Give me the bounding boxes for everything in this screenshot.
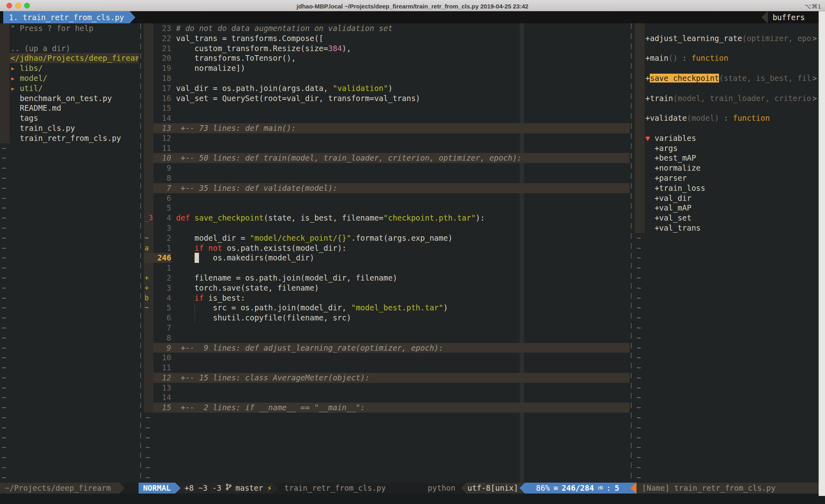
tagbar-eob-row: ~ [635,243,825,253]
fold-line[interactable]: 10 +-- 50 lines: def train(model, train_… [144,153,630,163]
code-line[interactable]: 10 [144,353,630,363]
fold-line[interactable]: 13 +-- 73 lines: def main(): [144,123,630,133]
code-line[interactable]: 8 [144,333,630,343]
tagbar-sign-column [635,43,645,54]
tree-item-file[interactable]: train_cls.py [0,123,139,133]
sign-cell [144,163,153,173]
sign-cell [144,33,153,43]
tag-item-var[interactable]: +parser [635,173,825,183]
code-line[interactable]: 17val_dir = os.path.join(args.data, "val… [144,83,630,93]
tag-item-fn[interactable]: +validate(model) : function [635,113,825,123]
text-cursor [195,253,199,263]
line-number: 3 [153,283,171,293]
end-of-buffer-tilde: ~ [635,452,641,463]
code-line[interactable]: 20 transforms.ToTensor(), [144,53,630,63]
code-line[interactable]: 21 custom_transform.Resize(size=384), [144,43,630,54]
column-number: 5 [615,483,619,494]
code-line[interactable]: 1 [144,263,630,273]
code-line[interactable]: 16val_set = QuerySet(root=val_dir, trans… [144,93,630,103]
tree-item-file[interactable]: train_retr_from_cls.py [0,133,139,143]
code-line[interactable]: +3 torch.save(state, filename) [144,283,630,293]
code-line[interactable]: ~5 src = os.path.join(model_dir, "model_… [144,303,630,313]
tree-eob-row: ~ [0,223,139,233]
code-line[interactable]: 15 [144,103,630,113]
code-line[interactable]: 5 [144,203,630,213]
tagbar-sign-column [635,23,645,33]
code-text: val_set = QuerySet(root=val_dir, transfo… [176,93,420,103]
code-line[interactable]: 22val_trans = transforms.Compose([ [144,33,630,43]
tag-item-var[interactable]: +train_loss [635,183,825,193]
tag-item-var[interactable]: +val_dir [635,193,825,203]
folder-collapsed-icon[interactable]: ▸ [10,84,20,93]
buffer-tab[interactable]: 1. train_retr_from_cls.py [3,11,130,23]
tagbar-eob-row: ~ [635,363,825,373]
tag-item-fn[interactable]: +train(model, train_loader, criterio> [635,93,825,103]
code-line[interactable]: 18 [144,73,630,83]
command-line[interactable] [0,494,825,504]
tag-item-var[interactable]: +normalize [635,163,825,173]
fold-line[interactable]: 9 +-- 9 lines: def adjust_learning_rate(… [144,343,630,353]
tag-item-fn[interactable]: +main() : function [635,53,825,63]
tag-item-var[interactable]: +best_mAP [635,153,825,163]
tree-item-file[interactable]: benchmark_on_test.py [0,93,139,103]
tag-item-var[interactable]: +val_set [635,213,825,223]
code-line[interactable]: 6 [144,193,630,203]
code-line[interactable]: 7 [144,323,630,333]
code-line[interactable]: 19 normalize]) [144,63,630,73]
tree-item-root[interactable]: </jdhao/Projects/deep_firear> [0,53,139,63]
tag-item-var[interactable]: +val_mAP [635,203,825,213]
tag-item-fnsel[interactable]: +save_checkpoint(state, is_best, fil> [635,73,825,83]
tag-item-var[interactable]: +args [635,143,825,153]
code-line[interactable]: 9 [144,163,630,173]
folder-collapsed-icon[interactable]: ▸ [10,74,20,83]
window-separator[interactable] [140,23,141,483]
warning-arrow [630,483,636,494]
tree-item-dir[interactable]: ▸ libs/ [0,63,139,73]
tag-function: +train(model, train_loader, criterio [645,93,811,103]
end-of-buffer-tilde: ~ [0,452,6,463]
tag-variable: +val_dir [645,193,691,203]
tree-item-dir[interactable]: ▸ model/ [0,73,139,83]
code-line[interactable]: 3 [144,223,630,233]
end-of-buffer-tilde: ~ [635,243,641,253]
code-line[interactable]: 6 shutil.copyfile(filename, src) [144,313,630,323]
fold-line[interactable]: 12 +-- 15 lines: class AverageMeter(obje… [144,373,630,383]
line-number: 11 [153,363,171,373]
code-line[interactable]: 23# do not do data augmentation on valid… [144,23,630,33]
code-line[interactable]: _34def save_checkpoint(state, is_best, f… [144,213,630,223]
tree-file-name: README.md [10,103,61,113]
tree-item-updir[interactable]: .. (up a dir) [0,43,139,54]
code-token: if [195,244,204,252]
tree-eob-row: ~ [0,463,139,473]
code-line[interactable]: 11 [144,143,630,153]
tree-eob-row: ~ [0,193,139,203]
fold-text: +-- 35 lines: def validate(model): [176,183,337,193]
tree-item-dir[interactable]: ▸ util/ [0,83,139,93]
scrollbar[interactable] [819,11,825,496]
code-line[interactable]: 14 [144,113,630,123]
code-line[interactable]: 8 [144,173,630,183]
code-line[interactable]: 14 [144,392,630,403]
end-of-buffer-tilde: ~ [0,343,6,353]
end-of-buffer-tilde: ~ [635,383,641,393]
code-line[interactable]: ~2 model_dir = "model/check_point/{}".fo… [144,233,630,243]
code-text: # do not do data augmentation on validat… [176,23,393,33]
code-line[interactable]: b4 if is_best: [144,293,630,303]
code-line[interactable]: +2 filename = os.path.join(model_dir, fi… [144,273,630,283]
tree-item-file[interactable]: tags [0,113,139,123]
code-line[interactable]: 12 [144,133,630,143]
fold-line[interactable]: 15 +-- 2 lines: if __name__ == "__main__… [144,403,630,413]
code-line[interactable]: a1 if not os.path.exists(model_dir): [144,243,630,253]
tree-item-file[interactable]: README.md [0,103,139,113]
cursor-line[interactable]: 246 os.makedirs(model_dir) [144,253,630,263]
fold-line[interactable]: 7 +-- 35 lines: def validate(model): [144,183,630,193]
folder-collapsed-icon[interactable]: ▸ [10,64,20,72]
tree-dir-item: ▸ util/ [10,83,43,93]
tag-item-var[interactable]: +val_trans [635,223,825,233]
tag-item-kind[interactable]: ▼ variables [635,133,825,143]
fold-open-icon[interactable]: ▼ [645,134,655,143]
window-separator[interactable] [631,23,632,483]
code-line[interactable]: 13 [144,383,630,393]
code-line[interactable]: 11 [144,363,630,373]
tag-item-fn[interactable]: +adjust_learning_rate(optimizer, epo> [635,33,825,43]
